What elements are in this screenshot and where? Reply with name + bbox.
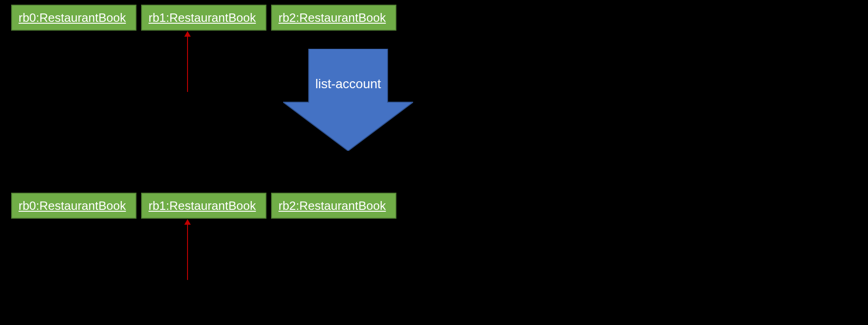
down-arrow-icon: [283, 49, 413, 151]
object-label: rb1:RestaurantBook: [149, 199, 256, 213]
object-label: rb1:RestaurantBook: [149, 11, 256, 25]
object-box-rb2-top: rb2:RestaurantBook: [271, 5, 396, 31]
object-box-rb0-bottom: rb0:RestaurantBook: [11, 193, 136, 219]
transition-arrow-label: list-account: [283, 77, 413, 91]
object-box-rb1-bottom: rb1:RestaurantBook: [141, 193, 266, 219]
current-pointer-arrow-bottom: [187, 220, 188, 280]
current-pointer-arrow-top: [187, 32, 188, 92]
transition-arrow: list-account: [283, 49, 413, 151]
object-box-rb0-top: rb0:RestaurantBook: [11, 5, 136, 31]
object-label: rb2:RestaurantBook: [279, 199, 386, 213]
object-box-rb2-bottom: rb2:RestaurantBook: [271, 193, 396, 219]
object-label: rb0:RestaurantBook: [19, 199, 126, 213]
object-box-rb1-top: rb1:RestaurantBook: [141, 5, 266, 31]
object-label: rb0:RestaurantBook: [19, 11, 126, 25]
object-label: rb2:RestaurantBook: [279, 11, 386, 25]
